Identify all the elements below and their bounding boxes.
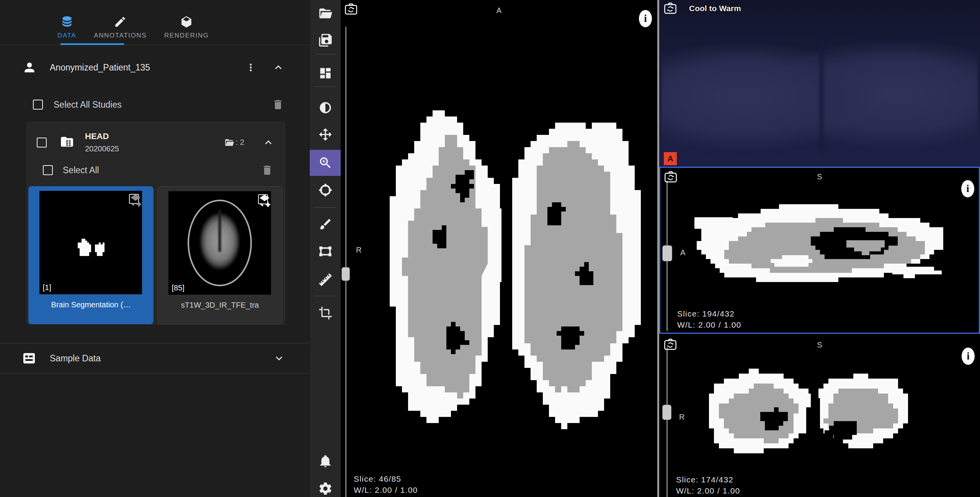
open-files-button[interactable] <box>310 2 341 25</box>
polygon-tool[interactable] <box>310 240 341 262</box>
viewport-axial[interactable]: A i R Slice: 46/85 W/L: 2.00 / 1.00 <box>341 0 657 497</box>
reset-camera-button[interactable] <box>345 3 358 16</box>
slice-slider-handle[interactable] <box>662 245 672 261</box>
study-card: HEAD 20200625 : 2 Select All <box>26 122 285 325</box>
study-collapse-button[interactable] <box>260 135 276 151</box>
pan-move-icon <box>318 127 333 142</box>
select-all-studies-checkbox[interactable] <box>33 100 43 110</box>
camera-reset-icon <box>345 3 358 15</box>
series-count: : 2 <box>224 138 244 148</box>
toolbar-divider <box>315 296 336 296</box>
tab-data[interactable]: DATA <box>57 15 76 39</box>
settings-button[interactable] <box>310 477 341 497</box>
study-checkbox[interactable] <box>37 138 47 148</box>
orientation-label-left: A <box>680 248 685 257</box>
slice-count-badge: [1] <box>42 283 51 292</box>
orientation-label-top: S <box>660 172 979 181</box>
folder-open-icon <box>318 6 333 21</box>
ruler-tool[interactable] <box>310 269 341 291</box>
add-layer-icon[interactable] <box>258 194 271 207</box>
window-level-tool[interactable] <box>310 97 341 119</box>
series-count-text: : 2 <box>236 138 244 147</box>
orientation-label-left: R <box>679 413 684 422</box>
camera-reset-icon <box>664 338 677 350</box>
volview-app: DATA ANNOTATIONS RENDERING Anonymized_Pa… <box>0 0 980 497</box>
toolbar-divider <box>315 207 336 208</box>
camera-reset-icon <box>664 2 677 14</box>
delete-studies-button[interactable] <box>270 97 286 112</box>
series-caption: Brain Segmentation (… <box>51 300 131 309</box>
zoom-tool[interactable] <box>310 150 341 176</box>
colormap-preset-label: Cool to Warm <box>689 4 741 13</box>
reset-camera-button[interactable] <box>664 2 677 15</box>
rectangle-handles-icon <box>318 244 333 259</box>
sample-data-accordion[interactable]: Sample Data <box>0 343 309 374</box>
info-button[interactable]: i <box>962 348 975 365</box>
crop-icon <box>318 306 332 320</box>
window-level-indicator: W/L: 2.00 / 1.00 <box>676 485 740 496</box>
viewport-3d-volume[interactable]: Cool to Warm A <box>659 0 980 167</box>
axial-brain-segmentation-image <box>341 0 657 497</box>
tab-data-label: DATA <box>57 32 76 39</box>
series-thumbnails: [1] Brain Segmentation (… [85] sT1W_3D_I… <box>27 181 285 324</box>
patient-name: Anonymized_Patient_135 <box>50 62 150 73</box>
reset-camera-button[interactable] <box>664 338 677 351</box>
mri-thumbnail: [85] <box>168 191 271 295</box>
pan-tool[interactable] <box>310 123 341 146</box>
reset-camera-button[interactable] <box>664 171 677 184</box>
slice-slider-handle[interactable] <box>662 405 671 420</box>
patient-accordion[interactable]: Anonymized_Patient_135 <box>0 45 309 90</box>
crosshairs-tool[interactable] <box>310 179 341 201</box>
database-icon <box>60 15 74 28</box>
patient-menu-button[interactable] <box>243 60 258 75</box>
gear-icon <box>318 481 333 496</box>
layouts-button[interactable] <box>310 62 341 84</box>
select-all-series-label: Select All <box>63 165 99 176</box>
slice-slider-track[interactable] <box>345 27 346 497</box>
series-card-segmentation[interactable]: [1] Brain Segmentation (… <box>28 186 154 324</box>
crosshairs-icon <box>318 183 333 197</box>
study-date: 20200625 <box>85 144 119 153</box>
folder-open-icon <box>224 138 234 148</box>
crop-tool[interactable] <box>310 302 341 324</box>
tab-annotations[interactable]: ANNOTATIONS <box>94 15 147 39</box>
select-all-series-checkbox[interactable] <box>43 165 53 175</box>
tab-rendering-label: RENDERING <box>164 32 209 39</box>
info-button[interactable]: i <box>961 180 974 197</box>
window-level-indicator: W/L: 2.00 / 1.00 <box>677 319 741 330</box>
viewport-coronal[interactable]: S i R Slice: 174/432 W/L: 2.00 / 1.00 <box>659 334 980 497</box>
study-title: HEAD <box>85 131 119 141</box>
orientation-axis-marker[interactable]: A <box>664 152 677 165</box>
study-header-row[interactable]: HEAD 20200625 : 2 <box>27 122 285 159</box>
slice-indicator: Slice: 174/432 <box>676 474 740 485</box>
person-icon <box>22 60 37 75</box>
right-viewport-column: Cool to Warm A S i A Slice: 194/432 W/L:… <box>659 0 980 497</box>
delete-series-button[interactable] <box>260 162 275 178</box>
add-layer-icon[interactable] <box>129 194 142 207</box>
patient-collapse-button[interactable] <box>270 59 286 75</box>
orientation-label-left: R <box>356 246 361 254</box>
chevron-down-icon[interactable] <box>273 352 286 365</box>
viewport-sagittal-selected[interactable]: S i A Slice: 194/432 W/L: 2.00 / 1.00 <box>659 167 980 334</box>
paint-tool[interactable] <box>310 213 341 235</box>
notifications-button[interactable] <box>310 450 341 472</box>
window-level-indicator: W/L: 2.00 / 1.00 <box>354 484 418 495</box>
info-button[interactable]: i <box>639 10 652 27</box>
series-caption: sT1W_3D_IR_TFE_tra <box>181 301 259 310</box>
tab-annotations-label: ANNOTATIONS <box>94 32 147 39</box>
ruler-icon <box>318 272 333 287</box>
pencil-icon <box>114 15 127 28</box>
series-card-t1w[interactable]: [85] sT1W_3D_IR_TFE_tra <box>157 186 283 324</box>
toolbar-divider <box>315 54 336 54</box>
orientation-label-top: S <box>659 341 980 349</box>
segmentation-thumbnail: [1] <box>39 191 142 294</box>
slice-slider-track[interactable] <box>666 348 668 497</box>
save-session-button[interactable] <box>310 29 341 51</box>
orientation-label-top: A <box>341 6 657 15</box>
module-tabbar: DATA ANNOTATIONS RENDERING <box>0 0 309 45</box>
layout-grid-icon <box>318 66 332 80</box>
select-all-studies-row: Select All Studies <box>0 90 309 120</box>
slice-slider-handle[interactable] <box>341 267 350 281</box>
contrast-icon <box>318 101 332 115</box>
tab-rendering[interactable]: RENDERING <box>164 15 209 39</box>
